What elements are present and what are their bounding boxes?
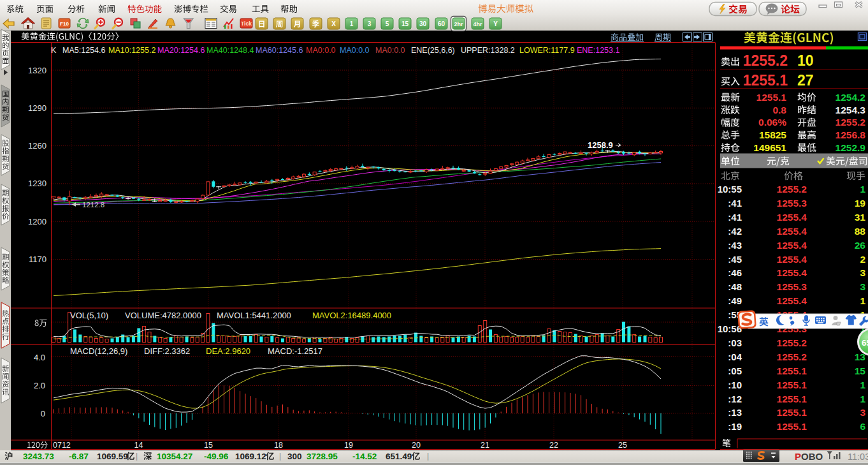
svg-text:88: 88: [855, 226, 866, 237]
svg-text:0: 0: [41, 409, 45, 418]
svg-text:MA60:1245.6: MA60:1245.6: [256, 46, 303, 55]
svg-text:2.0: 2.0: [34, 381, 45, 390]
svg-text:|: |: [136, 452, 138, 461]
svg-text:2: 2: [860, 254, 865, 265]
svg-text:VOL(5,10): VOL(5,10): [70, 311, 108, 320]
svg-text:1: 1: [860, 380, 865, 390]
svg-text:MA0:0.0: MA0:0.0: [306, 46, 336, 55]
svg-text:1255.2: 1255.2: [777, 337, 807, 348]
svg-text::41: :41: [728, 212, 742, 223]
svg-text:6: 6: [860, 421, 865, 432]
svg-text:1255.1: 1255.1: [777, 407, 807, 418]
svg-text:-49.96: -49.96: [204, 452, 229, 461]
svg-text:1290: 1290: [28, 103, 47, 113]
svg-text::19: :19: [728, 421, 742, 432]
svg-text:-6.87: -6.87: [69, 452, 89, 461]
svg-text:LOWER:1177.9: LOWER:1177.9: [519, 46, 575, 55]
svg-text:18: 18: [274, 441, 283, 450]
svg-text:3: 3: [860, 281, 865, 292]
svg-text:1255.1: 1255.1: [777, 365, 807, 376]
svg-text:19: 19: [344, 441, 353, 450]
svg-text:11:03: 11:03: [848, 452, 868, 462]
svg-text:1320: 1320: [28, 66, 47, 75]
svg-text::43: :43: [728, 240, 742, 251]
svg-text:MACD(12,26,9): MACD(12,26,9): [70, 346, 127, 356]
svg-text:MAVOL1:5441.2000: MAVOL1:5441.2000: [217, 311, 291, 320]
svg-text:1255.1: 1255.1: [777, 394, 807, 404]
svg-text:3728.95: 3728.95: [307, 452, 338, 461]
svg-text:1254.3: 1254.3: [835, 105, 866, 115]
svg-text:MA10:1255.2: MA10:1255.2: [108, 46, 156, 55]
svg-text:1255.4: 1255.4: [777, 267, 807, 278]
svg-text:MAVOL2:16489.4000: MAVOL2:16489.4000: [312, 311, 391, 320]
svg-text:OBO: OBO: [801, 451, 823, 462]
svg-text:0.06%: 0.06%: [758, 117, 786, 128]
svg-text::13: :13: [728, 407, 742, 418]
svg-text:1260: 1260: [28, 141, 47, 151]
svg-text:1255.4: 1255.4: [777, 240, 807, 251]
svg-text:|: |: [279, 452, 281, 461]
svg-text:1255.2: 1255.2: [835, 117, 865, 128]
svg-text:149651: 149651: [753, 142, 786, 153]
svg-text::04: :04: [728, 351, 742, 362]
svg-text:1: 1: [860, 394, 865, 404]
svg-text:1255.4: 1255.4: [777, 254, 807, 265]
svg-text:1252.9: 1252.9: [835, 142, 866, 153]
svg-text::12: :12: [728, 394, 742, 404]
svg-text::05: :05: [728, 365, 742, 376]
svg-text:ENE:1253.1: ENE:1253.1: [577, 46, 619, 55]
svg-text:15: 15: [401, 20, 409, 27]
svg-text:K: K: [51, 46, 57, 55]
svg-text:300: 300: [287, 452, 302, 461]
svg-text:1255.1: 1255.1: [777, 380, 807, 390]
svg-text:1200: 1200: [28, 217, 47, 226]
svg-text:5: 5: [386, 20, 389, 27]
svg-text:1255.3: 1255.3: [777, 281, 807, 292]
svg-text:1255.1: 1255.1: [756, 92, 787, 103]
svg-text:2hr: 2hr: [454, 21, 463, 27]
svg-text:X: X: [331, 20, 336, 27]
svg-text:65: 65: [862, 338, 868, 348]
svg-text:3: 3: [368, 20, 372, 27]
svg-text:MACD:-1.2517: MACD:-1.2517: [268, 346, 322, 356]
svg-text:4.0: 4.0: [34, 353, 45, 362]
svg-text:26: 26: [855, 240, 866, 251]
svg-text:1258.9: 1258.9: [588, 140, 613, 150]
svg-text:3243.73: 3243.73: [23, 452, 54, 461]
svg-text::03: :03: [728, 337, 742, 348]
svg-text:DEA:2.9620: DEA:2.9620: [206, 346, 250, 356]
svg-text:MA40:1248.4: MA40:1248.4: [206, 46, 254, 55]
svg-text:1255.4: 1255.4: [777, 226, 807, 237]
svg-text:25: 25: [618, 441, 627, 450]
svg-text:10:55: 10:55: [718, 184, 742, 195]
svg-text:10354.27: 10354.27: [157, 452, 192, 461]
svg-text:10: 10: [797, 52, 814, 69]
svg-text:27: 27: [797, 72, 814, 89]
svg-text::46: :46: [728, 267, 742, 278]
svg-text:19: 19: [855, 198, 866, 209]
svg-text:31: 31: [855, 212, 866, 223]
svg-text:UPPER:1328.2: UPPER:1328.2: [461, 46, 515, 55]
svg-text:1256.8: 1256.8: [835, 129, 866, 140]
svg-text::49: :49: [728, 295, 742, 306]
svg-text:4hr: 4hr: [473, 21, 482, 27]
svg-text:30: 30: [419, 20, 427, 27]
svg-text::10: :10: [728, 380, 742, 390]
svg-text:DIFF:2.3362: DIFF:2.3362: [144, 346, 190, 356]
svg-text::48: :48: [728, 281, 742, 292]
svg-text:F10: F10: [60, 21, 69, 27]
svg-text:3: 3: [860, 407, 865, 418]
svg-text:-14.52: -14.52: [352, 452, 377, 461]
svg-text:15: 15: [855, 365, 866, 376]
svg-text:1255.3: 1255.3: [777, 198, 807, 209]
svg-text:1255.1: 1255.1: [743, 72, 788, 89]
svg-text:1255.4: 1255.4: [777, 295, 807, 306]
svg-text:1254.2: 1254.2: [835, 92, 865, 103]
svg-text:10:56: 10:56: [718, 323, 742, 334]
svg-text:15: 15: [204, 441, 213, 450]
svg-text:1255.4: 1255.4: [777, 212, 807, 223]
svg-text:Tick: Tick: [241, 20, 252, 27]
svg-text:Y: Y: [493, 20, 498, 27]
svg-text::42: :42: [728, 226, 742, 237]
svg-text::45: :45: [728, 254, 742, 265]
